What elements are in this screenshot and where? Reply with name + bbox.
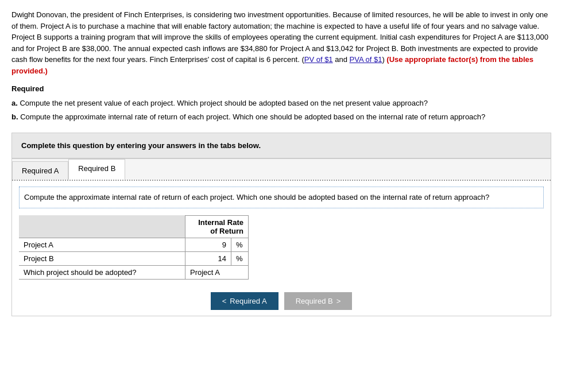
- prev-button[interactable]: < Required A: [211, 292, 278, 310]
- irr-table: Internal Rate of Return Project A9%Proje…: [19, 215, 249, 280]
- row-adopted-value[interactable]: Project A: [185, 265, 249, 279]
- row-unit-0: %: [231, 238, 249, 251]
- part-b-label: b.: [11, 113, 18, 121]
- table-row: Project B14%: [19, 251, 249, 265]
- part-a: a. Compute the net present value of each…: [11, 98, 551, 109]
- complete-box-text: Complete this question by entering your …: [21, 141, 261, 150]
- nav-buttons: < Required A Required B >: [12, 285, 551, 316]
- problem-text: Dwight Donovan, the president of Finch E…: [11, 9, 551, 76]
- row-label-0: Project A: [19, 238, 185, 251]
- table-empty-header: [19, 215, 185, 238]
- main-container: Dwight Donovan, the president of Finch E…: [0, 0, 563, 325]
- complete-box: Complete this question by entering your …: [11, 133, 551, 158]
- table-row: Project A9%: [19, 238, 249, 251]
- table-row: Which project should be adopted?Project …: [19, 265, 249, 279]
- prev-icon: <: [222, 297, 227, 305]
- pv-link[interactable]: PV of $1: [304, 55, 333, 64]
- row-unit-1: %: [231, 251, 249, 265]
- part-a-label: a.: [11, 99, 18, 107]
- problem-text-2: and: [333, 55, 350, 64]
- prev-label: Required A: [230, 297, 266, 305]
- table-irr-header: Internal Rate of Return: [185, 215, 249, 238]
- next-label: Required B: [296, 297, 333, 305]
- tab-b-content: Compute the approximate internal rate of…: [12, 180, 551, 285]
- part-b-text: Compute the approximate internal rate of…: [20, 113, 485, 121]
- tab-b-description: Compute the approximate internal rate of…: [19, 187, 544, 208]
- requirements-list: a. Compute the net present value of each…: [11, 98, 551, 122]
- tabs-container: Required A Required B Compute the approx…: [11, 158, 551, 316]
- row-value-1[interactable]: 14: [185, 251, 231, 265]
- row-value-0[interactable]: 9: [185, 238, 231, 251]
- pva-link[interactable]: PVA of $1: [350, 55, 382, 64]
- part-b: b. Compute the approximate internal rate…: [11, 111, 551, 123]
- tab-required-b[interactable]: Required B: [68, 159, 125, 180]
- next-icon: >: [336, 297, 341, 305]
- tab-required-a[interactable]: Required A: [12, 161, 68, 180]
- part-a-text: Compute the net present value of each pr…: [20, 99, 427, 107]
- row-label-2: Which project should be adopted?: [19, 265, 185, 279]
- tab-bar: Required A Required B: [12, 158, 551, 180]
- next-button[interactable]: Required B >: [284, 292, 353, 310]
- row-label-1: Project B: [19, 251, 185, 265]
- required-heading: Required: [11, 84, 551, 93]
